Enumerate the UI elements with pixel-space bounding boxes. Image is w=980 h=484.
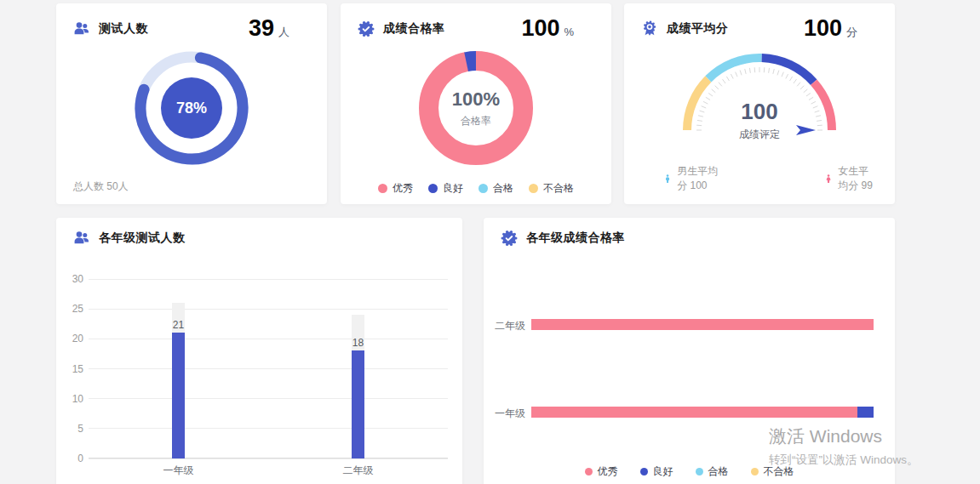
ring-percent-label: 78%	[128, 44, 255, 172]
card-title: 成绩合格率	[383, 21, 445, 37]
hbar-category-label: 一年级	[484, 407, 525, 421]
legend-label: 不合格	[764, 464, 794, 479]
legend-label: 合格	[493, 181, 513, 196]
badge-check-icon	[501, 230, 518, 247]
card-grade-test-count: 各年级测试人数 05101520253021一年级18二年级	[56, 218, 462, 484]
card-header: 测试人数 39 人	[56, 3, 327, 42]
legend-dot-icon	[428, 184, 438, 193]
y-axis-tick-label: 20	[58, 333, 83, 344]
hbar-segment-良好	[857, 407, 874, 418]
card-value-block: 100 %	[521, 15, 594, 42]
female-average-stat: 女生平均分 99	[826, 164, 878, 193]
y-axis-tick-label: 25	[58, 303, 83, 315]
card-unit: %	[564, 26, 574, 38]
bar-tested	[352, 350, 364, 458]
legend-label: 优秀	[598, 464, 618, 479]
x-axis-line	[89, 458, 448, 458]
female-person-icon	[826, 172, 831, 185]
card-header: 各年级成绩合格率	[484, 218, 895, 247]
y-axis-tick-label: 5	[58, 423, 83, 435]
legend-dot-icon	[585, 468, 593, 475]
gauge-footer: 男生平均分 100 女生平均分 99	[624, 164, 895, 193]
card-value-block: 39 人	[249, 15, 310, 42]
legend-item[interactable]: 优秀	[585, 464, 618, 479]
legend-dot-icon	[751, 468, 759, 475]
card-title: 各年级测试人数	[99, 231, 186, 246]
legend-label: 良好	[443, 181, 463, 196]
y-axis-tick-label: 0	[58, 453, 83, 464]
badge-check-icon	[358, 20, 375, 37]
male-person-icon	[665, 172, 670, 185]
legend-label: 合格	[708, 464, 729, 479]
female-average-text: 女生平均分 99	[838, 164, 878, 193]
legend-label: 不合格	[543, 181, 574, 196]
hbar-category-label: 二年级	[484, 319, 525, 333]
hbar-bar	[531, 319, 874, 330]
legend-dot-icon	[479, 184, 488, 193]
card-unit: 人	[278, 25, 289, 40]
donut-center-value: 100%	[452, 88, 500, 111]
legend-dot-icon	[696, 468, 703, 475]
donut-center-label: 合格率	[461, 114, 491, 128]
legend-label: 良好	[653, 464, 673, 479]
bar-value-label: 18	[341, 337, 375, 349]
card-grade-pass-rate: 各年级成绩合格率 二年级一年级 优秀良好合格不合格	[484, 218, 895, 484]
legend-item[interactable]: 优秀	[378, 181, 413, 196]
y-axis-tick-label: 10	[58, 393, 83, 405]
x-axis-category-label: 二年级	[324, 464, 393, 478]
card-header: 成绩合格率 100 %	[341, 3, 611, 42]
grid-line	[89, 279, 448, 280]
legend-dot-icon	[529, 184, 538, 193]
donut-center: 100% 合格率	[412, 44, 540, 172]
legend-item[interactable]: 不合格	[751, 464, 794, 479]
legend-dot-icon	[378, 184, 387, 193]
hbar-segment-优秀	[531, 407, 857, 418]
y-axis-tick-label: 15	[58, 363, 83, 375]
hbar-legend: 优秀良好合格不合格	[484, 464, 895, 479]
male-average-text: 男生平均分 100	[677, 164, 720, 193]
card-title: 各年级成绩合格率	[526, 231, 625, 246]
people-icon	[73, 230, 90, 247]
card-title: 测试人数	[99, 21, 148, 37]
y-axis-tick-label: 30	[58, 273, 83, 285]
card-pass-rate: 成绩合格率 100 % 100% 合格率 优秀良好合格不合格	[341, 3, 611, 204]
legend-label: 优秀	[393, 181, 413, 196]
bar-tested	[172, 333, 185, 458]
card-header: 各年级测试人数	[56, 218, 462, 247]
grid-line	[89, 368, 448, 369]
grid-line	[89, 398, 448, 399]
pass-rate-donut-chart: 100% 合格率	[412, 44, 540, 172]
legend-dot-icon	[640, 468, 648, 475]
progress-ring-chart: 78%	[128, 44, 255, 172]
total-count-label: 总人数 50人	[73, 179, 129, 194]
legend-item[interactable]: 不合格	[529, 181, 574, 196]
card-test-count: 测试人数 39 人 78% 总人数 50人	[56, 3, 327, 204]
people-icon	[73, 20, 90, 37]
grid-line	[89, 428, 448, 429]
grid-line	[89, 309, 448, 310]
gauge-value: 100	[624, 99, 895, 125]
grade-bar-chart: 05101520253021一年级18二年级	[89, 279, 448, 458]
hbar-segment-优秀	[531, 319, 874, 330]
x-axis-category-label: 一年级	[145, 464, 213, 478]
hbar-bar	[531, 407, 874, 418]
card-average-score: 成绩平均分 100 分 100 成绩评定 男生平均分 100	[624, 3, 895, 204]
legend-item[interactable]: 良好	[640, 464, 673, 479]
male-average-stat: 男生平均分 100	[665, 164, 720, 193]
card-value: 100	[521, 15, 559, 42]
legend-item[interactable]: 合格	[696, 464, 729, 479]
pie-legend: 优秀良好合格不合格	[341, 181, 611, 196]
bar-value-label: 21	[162, 319, 196, 331]
grid-line	[89, 339, 448, 339]
gauge-label: 成绩评定	[624, 128, 895, 142]
card-value: 39	[249, 15, 274, 42]
legend-item[interactable]: 合格	[479, 181, 513, 196]
legend-item[interactable]: 良好	[428, 181, 463, 196]
